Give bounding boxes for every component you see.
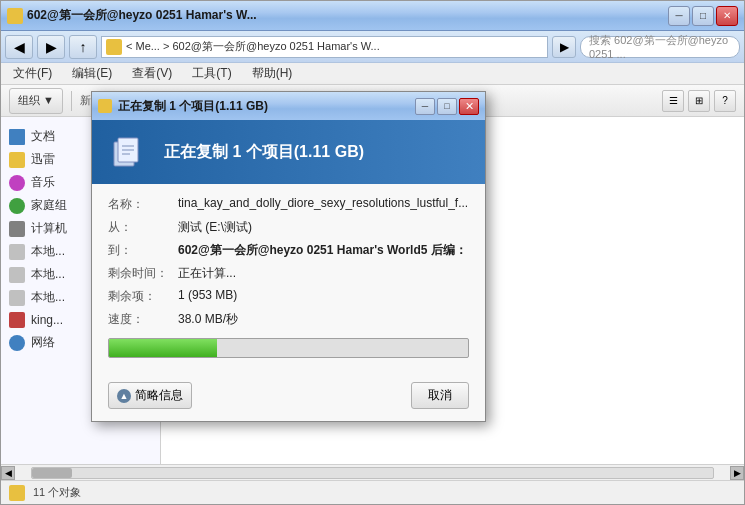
king-icon — [9, 312, 25, 328]
h-scrollbar[interactable]: ◀ ▶ — [1, 464, 744, 480]
doc-icon — [9, 129, 25, 145]
address-text: < Me... > 602@第一会所@heyzo 0251 Hamar's W.… — [126, 39, 380, 54]
progress-bar-fill — [109, 339, 217, 357]
cancel-button[interactable]: 取消 — [411, 382, 469, 409]
search-bar[interactable]: 搜索 602@第一会所@heyzo 0251 ... — [580, 36, 740, 58]
nav-bar: ◀ ▶ ↑ < Me... > 602@第一会所@heyzo 0251 Hama… — [1, 31, 744, 63]
dialog-body: 名称： tina_kay_and_dolly_diore_sexy_resolu… — [92, 184, 485, 374]
address-folder-icon — [106, 39, 122, 55]
dialog-footer: ▲ 简略信息 取消 — [92, 374, 485, 421]
search-placeholder: 搜索 602@第一会所@heyzo 0251 ... — [589, 33, 731, 60]
disk3-icon — [9, 290, 25, 306]
dialog-copy-icon — [108, 132, 148, 172]
dialog-remain-row: 剩余项： 1 (953 MB) — [108, 288, 469, 305]
dialog-from-value: 测试 (E:\测试) — [178, 219, 469, 236]
view-icon-btn[interactable]: ☰ — [662, 90, 684, 112]
network-icon — [9, 335, 25, 351]
help-icon-btn[interactable]: ? — [714, 90, 736, 112]
toggle-details-button[interactable]: ▲ 简略信息 — [108, 382, 192, 409]
dialog-speed-value: 38.0 MB/秒 — [178, 311, 469, 328]
dialog-title-icon — [98, 99, 112, 113]
menu-view[interactable]: 查看(V) — [128, 63, 176, 84]
dialog-remain-label: 剩余项： — [108, 288, 178, 305]
dialog-title-bar: 正在复制 1 个项目(1.11 GB) ─ □ ✕ — [92, 92, 485, 120]
disk1-icon — [9, 244, 25, 260]
copy-dialog: 正在复制 1 个项目(1.11 GB) ─ □ ✕ — [91, 91, 486, 422]
dialog-name-row: 名称： tina_kay_and_dolly_diore_sexy_resolu… — [108, 196, 469, 213]
title-bar: 602@第一会所@heyzo 0251 Hamar's W... ─ □ ✕ — [1, 1, 744, 31]
address-bar[interactable]: < Me... > 602@第一会所@heyzo 0251 Hamar's W.… — [101, 36, 548, 58]
dialog-from-row: 从： 测试 (E:\测试) — [108, 219, 469, 236]
disk2-icon — [9, 267, 25, 283]
xunlei-icon — [9, 152, 25, 168]
toggle-chevron-icon: ▲ — [117, 389, 131, 403]
dialog-title-text: 正在复制 1 个项目(1.11 GB) — [118, 98, 409, 115]
title-bar-buttons: ─ □ ✕ — [668, 6, 738, 26]
dialog-to-row: 到： 602@第一会所@heyzo 0251 Hamar's World5 后编… — [108, 242, 469, 259]
dialog-time-label: 剩余时间： — [108, 265, 178, 282]
dialog-speed-row: 速度： 38.0 MB/秒 — [108, 311, 469, 328]
scroll-thumb[interactable] — [32, 468, 72, 478]
dialog-header-text: 正在复制 1 个项目(1.11 GB) — [164, 142, 364, 163]
maximize-button[interactable]: □ — [692, 6, 714, 26]
dialog-to-value: 602@第一会所@heyzo 0251 Hamar's World5 后编： — [178, 242, 469, 259]
dialog-to-label: 到： — [108, 242, 178, 259]
close-button[interactable]: ✕ — [716, 6, 738, 26]
scroll-track[interactable] — [31, 467, 714, 479]
menu-file[interactable]: 文件(F) — [9, 63, 56, 84]
status-count: 11 个对象 — [33, 485, 81, 500]
go-button[interactable]: ▶ — [552, 36, 576, 58]
up-button[interactable]: ↑ — [69, 35, 97, 59]
status-folder-icon — [9, 485, 25, 501]
dialog-title-buttons: ─ □ ✕ — [415, 98, 479, 115]
dialog-time-row: 剩余时间： 正在计算... — [108, 265, 469, 282]
minimize-button[interactable]: ─ — [668, 6, 690, 26]
copy-svg-icon — [110, 134, 146, 170]
status-bar: 11 个对象 — [1, 480, 744, 504]
scroll-right-button[interactable]: ▶ — [730, 466, 744, 480]
window-title: 602@第一会所@heyzo 0251 Hamar's W... — [27, 7, 257, 24]
dialog-name-label: 名称： — [108, 196, 178, 213]
explorer-window: 602@第一会所@heyzo 0251 Hamar's W... ─ □ ✕ ◀… — [0, 0, 745, 505]
dialog-maximize-button[interactable]: □ — [437, 98, 457, 115]
dialog-minimize-button[interactable]: ─ — [415, 98, 435, 115]
toggle-details-label: 简略信息 — [135, 387, 183, 404]
organize-button[interactable]: 组织 ▼ — [9, 88, 63, 114]
dialog-from-label: 从： — [108, 219, 178, 236]
dialog-close-button[interactable]: ✕ — [459, 98, 479, 115]
progress-bar-container — [108, 338, 469, 358]
scroll-left-button[interactable]: ◀ — [1, 466, 15, 480]
back-button[interactable]: ◀ — [5, 35, 33, 59]
dialog-remain-value: 1 (953 MB) — [178, 288, 469, 305]
menu-edit[interactable]: 编辑(E) — [68, 63, 116, 84]
menu-help[interactable]: 帮助(H) — [248, 63, 297, 84]
dialog-time-value: 正在计算... — [178, 265, 469, 282]
dialog-name-value: tina_kay_and_dolly_diore_sexy_resolution… — [178, 196, 469, 213]
dialog-speed-label: 速度： — [108, 311, 178, 328]
music-icon — [9, 175, 25, 191]
toolbar-right: ☰ ⊞ ? — [662, 90, 736, 112]
family-icon — [9, 198, 25, 214]
view-grid-btn[interactable]: ⊞ — [688, 90, 710, 112]
dialog-header: 正在复制 1 个项目(1.11 GB) — [92, 120, 485, 184]
menu-bar: 文件(F) 编辑(E) 查看(V) 工具(T) 帮助(H) — [1, 63, 744, 85]
title-bar-left: 602@第一会所@heyzo 0251 Hamar's W... — [7, 7, 668, 24]
menu-tools[interactable]: 工具(T) — [188, 63, 235, 84]
copy-dialog-overlay: 正在复制 1 个项目(1.11 GB) ─ □ ✕ — [91, 91, 486, 422]
folder-icon — [7, 8, 23, 24]
computer-icon — [9, 221, 25, 237]
forward-button[interactable]: ▶ — [37, 35, 65, 59]
toolbar-separator — [71, 91, 72, 111]
